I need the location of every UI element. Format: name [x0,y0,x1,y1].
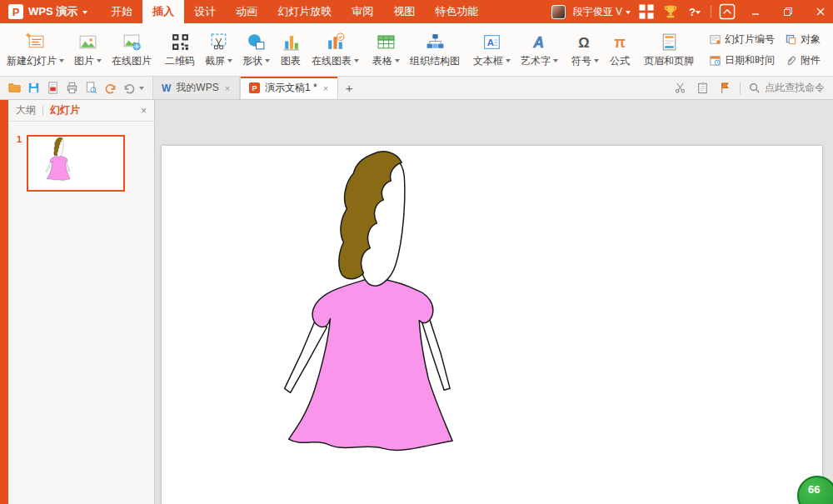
preview-icon [84,81,98,95]
ribbon-shapes[interactable]: 形状 [237,25,275,74]
print-preview-button[interactable] [82,79,100,97]
minimize-icon [751,7,761,17]
chevron-down-icon [97,59,102,65]
ribbon-org-chart[interactable]: 组织结构图 [405,25,465,74]
ribbon-online-chart[interactable]: 在线图表 [307,25,364,74]
ribbon-symbol[interactable]: Ω 符号 [566,25,604,74]
slide-number: 1 [17,135,22,144]
ribbon-slide-number[interactable]: 幻灯片编号 [709,32,775,47]
ribbon-small-label: 附件 [801,53,821,67]
save-button[interactable] [24,79,42,97]
tab-insert[interactable]: 插入 [142,0,184,23]
svg-text:A: A [487,37,494,47]
folder-icon [7,81,22,95]
header-footer-icon [658,31,680,52]
close-tab-icon[interactable]: × [224,83,231,93]
clipboard-tool-button[interactable] [695,81,710,96]
ribbon-screenshot[interactable]: 截屏 [200,25,237,74]
restore-button[interactable] [776,7,801,17]
ribbon-new-slide[interactable]: 新建幻灯片 [2,25,69,74]
ribbon-qrcode[interactable]: 二维码 [160,25,200,74]
calendar-clock-icon [709,54,721,67]
chevron-down-icon [82,11,87,17]
undo-icon [103,81,117,95]
slide-1-thumbnail[interactable] [27,135,125,192]
tab-animation[interactable]: 动画 [226,0,267,23]
collapse-ribbon-button[interactable] [719,3,736,20]
ribbon-table[interactable]: 表格 [367,25,405,74]
slides-tab[interactable]: 幻灯片 [50,103,80,117]
slide-drawing[interactable] [162,146,822,504]
undo-button[interactable] [101,79,119,97]
tab-design[interactable]: 设计 [184,0,226,23]
ribbon-header-footer[interactable]: 页眉和页脚 [639,25,699,74]
redo-button[interactable] [120,79,138,97]
close-tab-icon[interactable]: × [322,83,329,93]
slide-panel-header: 大纲 幻灯片 × [8,100,154,122]
ribbon-label: 艺术字 [521,54,558,68]
editing-canvas [155,100,833,504]
user-avatar[interactable] [551,5,566,19]
wps-presentation-window: P WPS 演示 开始 插入 设计 动画 幻灯片放映 审阅 视图 特色功能 段宇… [0,0,833,504]
ribbon-label: 在线图表 [312,54,359,68]
close-button[interactable] [808,7,833,17]
minimize-button[interactable] [743,7,768,17]
user-name: 段宇俊亚 V [573,5,622,19]
paperclip-icon [785,54,797,67]
svg-text:π: π [614,33,626,50]
ribbon-textbox[interactable]: A 文本框 [468,25,516,74]
cut-tool-button[interactable] [672,81,687,96]
picture-icon [77,31,99,52]
doc-tab-my-wps[interactable]: W 我的WPS × [152,77,240,99]
ribbon-online-picture[interactable]: 在线图片 [107,25,157,74]
ribbon-label: 图片 [74,54,102,68]
ribbon-picture[interactable]: 图片 [69,25,107,74]
slide-1[interactable] [162,146,822,504]
outline-tab[interactable]: 大纲 [16,103,36,117]
help-label: ? [689,6,696,18]
ribbon-label: 组织结构图 [410,54,460,68]
wordart-icon: A [529,31,551,52]
ribbon-label: 形状 [242,54,270,68]
doc-tab-label: 演示文稿1 * [265,81,317,95]
ribbon-chart[interactable]: 图表 [275,25,307,74]
close-panel-icon[interactable]: × [141,105,147,117]
object-icon [785,33,797,46]
tab-review[interactable]: 审阅 [342,0,383,23]
chevron-down-icon[interactable] [139,87,144,92]
ribbon-wordart[interactable]: A 艺术字 [516,25,563,74]
insert-ribbon: 新建幻灯片 图片 在线图片 二维码 截屏 [0,23,833,77]
app-menu[interactable]: P WPS 演示 [0,0,96,23]
ribbon-label: 符号 [571,54,599,68]
quick-access-bar: W 我的WPS × P 演示文稿1 * × + [0,77,833,100]
new-tab-button[interactable]: + [338,77,360,99]
ribbon-label: 图表 [281,54,301,68]
search-label: 点此查找命令 [765,81,825,95]
ribbon-date-time[interactable]: 日期和时间 [709,53,775,67]
command-search[interactable]: 点此查找命令 [748,81,825,95]
tab-slideshow[interactable]: 幻灯片放映 [267,0,342,23]
chevron-down-icon [626,11,631,17]
export-pdf-button[interactable] [43,79,62,97]
shapes-icon [246,31,267,52]
ribbon-attachment[interactable]: 附件 [785,53,821,67]
slide-panel: 大纲 幻灯片 × 1 [8,100,155,504]
help-button[interactable]: ? [686,3,703,20]
slide-thumbnail-row: 1 [8,122,154,192]
open-file-button[interactable] [5,79,23,97]
ribbon-formula[interactable]: π 公式 [604,25,636,74]
ribbon-object[interactable]: 对象 [785,32,821,47]
print-button[interactable] [62,79,81,97]
ribbon-label: 新建幻灯片 [7,54,64,68]
flag-tool-button[interactable] [717,81,732,96]
tab-home[interactable]: 开始 [101,0,142,23]
doc-tab-presentation1[interactable]: P 演示文稿1 * × [240,77,338,99]
redo-icon [122,81,137,95]
rewards-button[interactable] [662,3,679,20]
close-icon [816,7,826,17]
tab-view[interactable]: 视图 [383,0,425,23]
apps-grid-button[interactable] [638,3,655,20]
user-menu[interactable]: 段宇俊亚 V [573,5,631,19]
tab-special-features[interactable]: 特色功能 [425,0,488,23]
search-icon [748,82,761,94]
